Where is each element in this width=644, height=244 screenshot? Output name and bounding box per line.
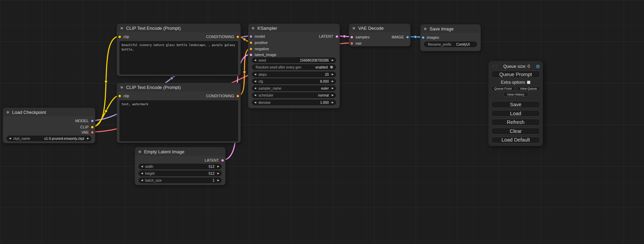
node-titlebar: Empty Latent Image (135, 147, 225, 156)
output-slot-model[interactable] (91, 119, 94, 123)
output-slot-latent[interactable] (221, 159, 224, 162)
widget-random-seed-after-every-gen[interactable]: Random seed after every genenabled (252, 64, 336, 70)
view-history-button[interactable]: View History (503, 92, 528, 97)
input-slot-row: model (249, 34, 265, 39)
widget-increment-icon[interactable]: ▶ (216, 165, 219, 168)
view-queue-button[interactable]: View Queue (517, 86, 540, 91)
widget-increment-icon[interactable]: ▶ (330, 101, 334, 104)
node-collapse-dot[interactable] (120, 27, 123, 30)
input-slot-vae[interactable] (350, 42, 353, 45)
load-button[interactable]: Load (491, 110, 540, 117)
load-default-button[interactable]: Load Default (491, 137, 540, 144)
widget-decrement-icon[interactable]: ◀ (254, 73, 258, 76)
node-collapse-dot[interactable] (120, 86, 123, 89)
input-slot-positive[interactable] (249, 41, 253, 44)
widget-width[interactable]: ◀width512▶ (139, 164, 222, 169)
widget-increment-icon[interactable]: ▶ (86, 137, 89, 140)
node-clip-text-encode-negative[interactable]: CLIP Text Encode (Prompt)clipCONDITIONIN… (117, 83, 241, 143)
node-collapse-dot[interactable] (252, 27, 255, 30)
drag-handle-icon[interactable]: ⋮⋮ (491, 64, 497, 69)
widget-filename-prefix[interactable]: filename_prefixComfyUI (424, 42, 477, 47)
node-collapse-dot[interactable] (352, 27, 355, 30)
widget-scheduler[interactable]: ◀schedulernormal▶ (252, 92, 336, 98)
input-slot-row: samples (350, 34, 370, 40)
widget-increment-icon[interactable]: ▶ (330, 73, 334, 76)
widget-value: 8.000 (320, 80, 329, 83)
widget-decrement-icon[interactable]: ◀ (254, 101, 258, 104)
output-slot-label: LATENT (205, 158, 219, 162)
widget-decrement-icon[interactable]: ◀ (141, 165, 144, 168)
node-ksampler[interactable]: KSamplermodelpositivenegativelatent_imag… (248, 24, 340, 108)
widget-denoise[interactable]: ◀denoise1.000▶ (252, 100, 336, 105)
widget-decrement-icon[interactable]: ◀ (141, 172, 144, 175)
node-collapse-dot[interactable] (138, 150, 141, 153)
input-slot-latent-image[interactable] (249, 53, 253, 56)
widget-decrement-icon[interactable]: ◀ (254, 87, 258, 90)
widget-decrement-icon[interactable]: ◀ (141, 179, 144, 182)
settings-gear-icon[interactable]: ⚙ (536, 64, 540, 69)
queue-prompt-button[interactable]: Queue Prompt (491, 71, 540, 78)
prompt-textarea[interactable]: beautiful scenery nature glass bottle la… (120, 41, 238, 74)
prompt-textarea[interactable]: text, watermark (120, 100, 238, 141)
output-slot-clip[interactable] (91, 126, 94, 129)
output-slot-vae[interactable] (91, 131, 94, 134)
output-slot-row: CONDITIONING (206, 93, 239, 99)
widget-increment-icon[interactable]: ▶ (330, 94, 334, 97)
widget-decrement-icon[interactable]: ◀ (254, 59, 258, 62)
node-canvas[interactable]: Load CheckpointMODELCLIPVAE◀ckpt_namev1-… (0, 0, 644, 244)
input-slot-label: latent_image (255, 53, 276, 57)
node-titlebar: KSampler (248, 24, 339, 32)
input-slot-label: negative (255, 47, 269, 51)
output-slot-latent[interactable] (335, 35, 338, 38)
widget-decrement-icon[interactable]: ◀ (254, 94, 258, 97)
queue-front-button[interactable]: Queue Front (491, 86, 515, 91)
input-slot-row: clip (118, 34, 129, 39)
widget-ckpt-name[interactable]: ◀ckpt_namev1-5-pruned-emaonly.ckpt▶ (7, 136, 91, 141)
save-button[interactable]: Save (491, 101, 540, 108)
node-save-image[interactable]: Save Imageimagesfilename_prefixComfyUI (420, 24, 481, 51)
node-vae-decode[interactable]: VAE DecodesamplesvaeIMAGE (349, 24, 411, 46)
widget-label: steps (258, 73, 267, 76)
widget-decrement-icon[interactable]: ◀ (9, 137, 12, 140)
widget-steps[interactable]: ◀steps20▶ (252, 72, 336, 77)
output-slot-conditioning[interactable] (236, 94, 239, 98)
node-titlebar: CLIP Text Encode (Prompt) (117, 83, 240, 91)
node-load-checkpoint[interactable]: Load CheckpointMODELCLIPVAE◀ckpt_namev1-… (3, 108, 95, 143)
node-empty-latent-image[interactable]: Empty Latent ImageLATENT◀width512▶◀heigh… (135, 147, 226, 185)
widget-batch-size[interactable]: ◀batch_size1▶ (139, 178, 222, 183)
output-slot-row: CLIP (80, 124, 94, 130)
widget-cfg[interactable]: ◀cfg8.000▶ (252, 79, 336, 84)
input-slot-clip[interactable] (118, 35, 121, 38)
node-clip-text-encode-positive[interactable]: CLIP Text Encode (Prompt)clipCONDITIONIN… (117, 24, 241, 76)
clear-button[interactable]: Clear (491, 128, 540, 135)
widget-value: 156680208700286 (300, 58, 329, 62)
extra-options-checkbox[interactable] (527, 81, 530, 84)
node-collapse-dot[interactable] (6, 111, 9, 114)
node-title: CLIP Text Encode (Prompt) (126, 85, 181, 90)
node-collapse-dot[interactable] (424, 27, 427, 30)
toggle-dot-icon[interactable] (330, 66, 333, 69)
widget-seed[interactable]: ◀seed156680208700286▶ (252, 57, 336, 63)
widget-increment-icon[interactable]: ▶ (330, 80, 334, 83)
widget-sampler-name[interactable]: ◀sampler_nameeuler▶ (252, 85, 336, 91)
output-slot-conditioning[interactable] (236, 35, 239, 38)
input-slot-images[interactable] (422, 36, 425, 39)
widget-increment-icon[interactable]: ▶ (216, 179, 219, 182)
widget-height[interactable]: ◀height512▶ (139, 171, 222, 176)
input-slot-clip[interactable] (118, 94, 121, 98)
widget-decrement-icon[interactable]: ◀ (254, 80, 258, 83)
widget-increment-icon[interactable]: ▶ (216, 172, 219, 175)
extra-options-label: Extra options (501, 80, 525, 85)
widget-increment-icon[interactable]: ▶ (330, 59, 334, 62)
output-slot-label: CONDITIONING (206, 94, 234, 98)
output-slot-image[interactable] (406, 36, 409, 39)
widget-increment-icon[interactable]: ▶ (330, 87, 334, 90)
input-slot-model[interactable] (249, 35, 253, 38)
input-slot-row: vae (350, 40, 362, 46)
refresh-button[interactable]: Refresh (491, 119, 540, 126)
input-slot-samples[interactable] (350, 36, 353, 39)
input-slot-negative[interactable] (249, 47, 253, 51)
node-titlebar: Load Checkpoint (3, 108, 95, 116)
comfyui-canvas[interactable]: { "canvas": {"w": 1859, "h": 705}, "slot… (0, 0, 644, 244)
queue-size-label: Queue size: 0 (503, 64, 530, 69)
